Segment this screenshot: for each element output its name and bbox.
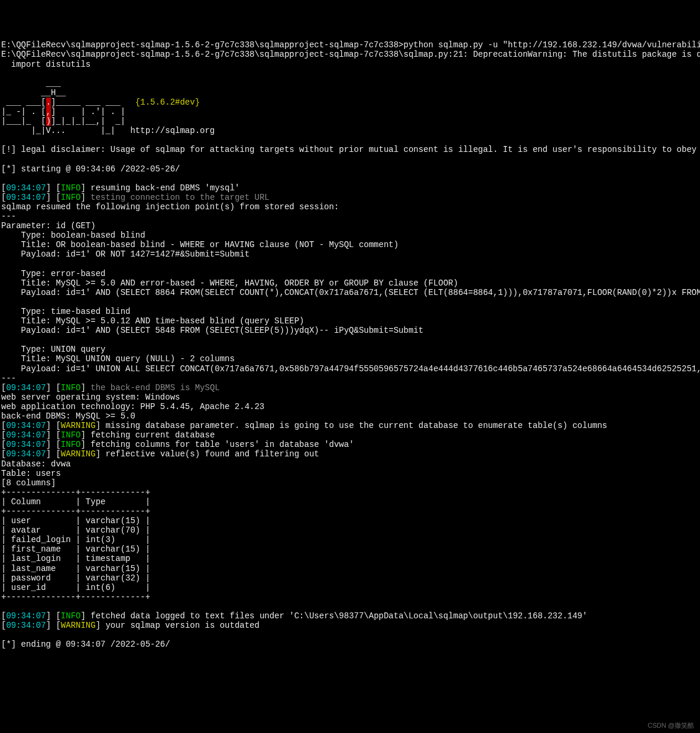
injection-payload: Payload: id=1' UNION ALL SELECT CONCAT(0… bbox=[1, 364, 700, 374]
injection-type: Type: UNION query bbox=[1, 345, 105, 354]
server-info: web server operating system: Windows bbox=[1, 393, 180, 402]
table-name: Table: users bbox=[1, 469, 61, 478]
injection-payload: Payload: id=1' OR NOT 1427=1427#&Submit=… bbox=[1, 249, 249, 259]
terminal-output: E:\QQFileRecv\sqlmapproject-sqlmap-1.5.6… bbox=[0, 38, 700, 651]
injection-title: Title: MySQL >= 5.0.12 AND time-based bl… bbox=[1, 316, 304, 326]
injection-title: Title: MySQL >= 5.0 AND error-based - WH… bbox=[1, 278, 458, 288]
log-line: [09:34:07] [WARNING] missing database pa… bbox=[1, 421, 607, 430]
parameter-line: Parameter: id (GET) bbox=[1, 221, 96, 231]
injection-payload: Payload: id=1' AND (SELECT 8864 FROM(SEL… bbox=[1, 288, 700, 297]
log-line: [09:34:07] [INFO] fetched data logged to… bbox=[1, 611, 587, 621]
log-line: [09:34:07] [INFO] testing connection to … bbox=[1, 193, 270, 202]
injection-title: Title: OR boolean-based blind - WHERE or… bbox=[1, 240, 398, 249]
legal-disclaimer: [!] legal disclaimer: Usage of sqlmap fo… bbox=[1, 145, 700, 154]
injection-type: Type: error-based bbox=[1, 269, 105, 278]
separator: --- bbox=[1, 374, 16, 383]
database-name: Database: dvwa bbox=[1, 459, 71, 469]
end-line: [*] ending @ 09:34:07 /2022-05-26/ bbox=[1, 640, 170, 649]
injection-payload: Payload: id=1' AND (SELECT 5848 FROM (SE… bbox=[1, 326, 423, 335]
table-border: +--------------+-------------+ bbox=[1, 507, 150, 516]
separator: --- bbox=[1, 212, 16, 221]
resumed-line: sqlmap resumed the following injection p… bbox=[1, 202, 339, 212]
site-url: http://sqlmap.org bbox=[130, 126, 215, 135]
columns-count: [8 columns] bbox=[1, 478, 56, 488]
server-info: back-end DBMS: MySQL >= 5.0 bbox=[1, 411, 135, 421]
log-line: [09:34:07] [WARNING] your sqlmap version… bbox=[1, 621, 260, 630]
log-line: [09:34:07] [INFO] fetching columns for t… bbox=[1, 440, 354, 449]
table-rows: | user | varchar(15) | | avatar | varcha… bbox=[1, 516, 150, 592]
table-border: +--------------+-------------+ bbox=[1, 488, 150, 497]
log-line: [09:34:07] [INFO] the back-end DBMS is M… bbox=[1, 383, 220, 393]
deprecation-warning: E:\QQFileRecv\sqlmapproject-sqlmap-1.5.6… bbox=[1, 50, 700, 59]
injection-type: Type: time-based blind bbox=[1, 307, 130, 316]
table-header: | Column | Type | bbox=[1, 497, 150, 507]
log-line: [09:34:07] [INFO] fetching current datab… bbox=[1, 430, 215, 440]
injection-type: Type: boolean-based blind bbox=[1, 231, 145, 240]
server-info: web application technology: PHP 5.4.45, … bbox=[1, 402, 264, 411]
injection-title: Title: MySQL UNION query (NULL) - 2 colu… bbox=[1, 354, 235, 364]
log-line: [09:34:07] [INFO] resuming back-end DBMS… bbox=[1, 183, 239, 193]
prompt-line: E:\QQFileRecv\sqlmapproject-sqlmap-1.5.6… bbox=[1, 40, 700, 50]
version-string: {1.5.6.2#dev} bbox=[135, 98, 200, 107]
import-line: import distutils bbox=[1, 60, 90, 69]
ascii-art: ___ __H__ ___ ___[.]_____ ___ ___ {1.5.6… bbox=[1, 79, 215, 135]
start-line: [*] starting @ 09:34:06 /2022-05-26/ bbox=[1, 164, 180, 174]
log-line: [09:34:07] [WARNING] reflective value(s)… bbox=[1, 449, 319, 459]
table-border: +--------------+-------------+ bbox=[1, 592, 150, 602]
